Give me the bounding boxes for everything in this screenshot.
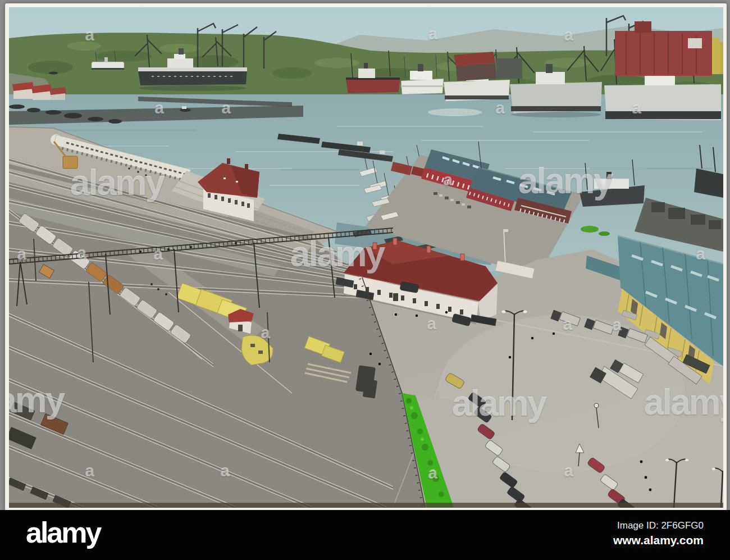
harbor-aerial-photo [9,7,723,508]
stock-site-footer: alamy Image ID: 2F6GFG0 www.alamy.com [0,510,730,560]
website-url: www.alamy.com [613,534,704,547]
image-meta: Image ID: 2F6GFG0 www.alamy.com [613,520,704,547]
postcard-scan: alamyalamyalamyalamyalamyalamyaaaaaaaaaa… [0,0,730,560]
harbor-scene [9,7,723,508]
tint-overlay [9,7,723,508]
alamy-logo: alamy [26,518,100,547]
image-id: Image ID: 2F6GFG0 [613,520,704,531]
